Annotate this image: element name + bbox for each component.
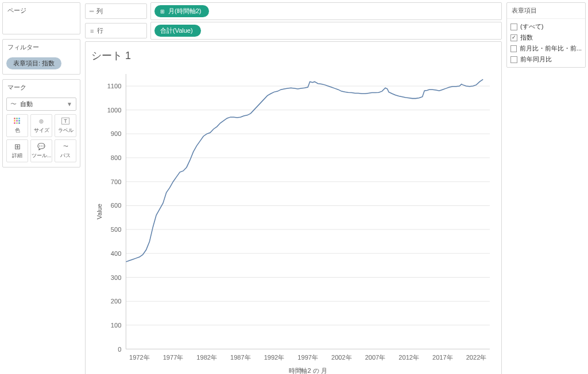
legend-item-label: 前年同月比 — [520, 55, 552, 64]
svg-text:1982年: 1982年 — [196, 354, 217, 361]
marks-type-select[interactable]: 〜 自動 ▼ — [6, 98, 76, 111]
svg-text:500: 500 — [111, 226, 121, 233]
columns-shelf-label: 列 — [85, 3, 147, 19]
marks-card: マーク 〜 自動 ▼ 色◎サイズTラベル⊞詳細💬ツール...〜パス — [2, 79, 80, 167]
marks-cell-label[interactable]: Tラベル — [55, 114, 76, 137]
chart[interactable]: 0100200300400500600700800900100011001972… — [91, 68, 496, 374]
svg-text:2002年: 2002年 — [331, 354, 352, 361]
color-icon — [14, 117, 21, 125]
svg-text:1997年: 1997年 — [297, 354, 318, 361]
svg-text:2017年: 2017年 — [432, 354, 453, 361]
sheet-title: シート 1 — [91, 48, 496, 68]
svg-text:1987年: 1987年 — [230, 354, 251, 361]
columns-icon — [90, 7, 93, 15]
pages-title: ページ — [3, 3, 80, 18]
filters-title: フィルター — [3, 40, 80, 55]
svg-text:700: 700 — [111, 178, 121, 185]
marks-cell-size[interactable]: ◎サイズ — [30, 114, 52, 137]
marks-cell-label: 色 — [15, 127, 20, 134]
svg-text:300: 300 — [111, 274, 121, 281]
svg-text:時間軸2 の 月: 時間軸2 の 月 — [289, 367, 327, 374]
svg-text:200: 200 — [111, 298, 121, 305]
legend-item[interactable]: (すべて) — [510, 21, 582, 32]
tooltip-icon: 💬 — [37, 142, 45, 150]
svg-text:900: 900 — [111, 130, 121, 137]
marks-cell-color[interactable]: 色 — [6, 114, 28, 137]
legend-card: 表章項目 (すべて)指数前月比・前年比・前...前年同月比 — [506, 2, 586, 68]
columns-shelf[interactable]: ⊞ 月(時間軸2) — [150, 2, 502, 20]
columns-pill[interactable]: ⊞ 月(時間軸2) — [154, 5, 209, 17]
marks-cell-detail[interactable]: ⊞詳細 — [6, 139, 28, 162]
svg-text:2012年: 2012年 — [399, 354, 419, 361]
legend-item-label: 前月比・前年比・前... — [520, 44, 582, 53]
svg-text:1100: 1100 — [107, 83, 122, 89]
line-icon: 〜 — [10, 100, 17, 108]
marks-select-label: 自動 — [20, 100, 33, 108]
legend-item[interactable]: 前年同月比 — [510, 54, 582, 65]
svg-text:1977年: 1977年 — [163, 354, 184, 361]
marks-cell-label: 詳細 — [12, 152, 22, 159]
chevron-down-icon: ▼ — [67, 101, 72, 107]
svg-text:1000: 1000 — [107, 107, 122, 114]
svg-text:600: 600 — [111, 202, 121, 209]
checkbox[interactable] — [510, 45, 517, 52]
rows-pill[interactable]: 合計(Value) — [154, 25, 201, 37]
svg-text:2022年: 2022年 — [466, 354, 487, 361]
marks-cell-path[interactable]: 〜パス — [55, 139, 76, 162]
svg-text:1972年: 1972年 — [129, 354, 150, 361]
checkbox[interactable] — [510, 34, 517, 41]
legend-item-label: (すべて) — [520, 22, 543, 31]
detail-icon: ⊞ — [14, 142, 21, 150]
marks-cell-label: パス — [60, 152, 71, 159]
legend-item-label: 指数 — [520, 33, 533, 42]
pages-shelf[interactable]: ページ — [2, 2, 80, 34]
rows-icon — [90, 28, 94, 34]
marks-cell-label: ツール... — [32, 152, 52, 159]
checkbox[interactable] — [510, 24, 517, 30]
svg-text:0: 0 — [118, 346, 121, 353]
marks-cell-label: サイズ — [34, 127, 49, 134]
svg-text:1992年: 1992年 — [264, 354, 285, 361]
marks-cell-label: ラベル — [58, 127, 74, 134]
path-icon: 〜 — [63, 142, 68, 150]
filters-shelf[interactable]: フィルター 表章項目: 指数 — [2, 39, 80, 75]
legend-title: 表章項目 — [507, 3, 585, 19]
svg-text:800: 800 — [111, 154, 121, 161]
svg-text:400: 400 — [111, 250, 121, 257]
legend-item[interactable]: 指数 — [510, 32, 582, 43]
svg-text:2007年: 2007年 — [365, 354, 386, 361]
rows-shelf-label: 行 — [85, 23, 147, 38]
marks-title: マーク — [3, 80, 80, 95]
checkbox[interactable] — [510, 56, 517, 63]
svg-text:Value: Value — [96, 204, 103, 220]
legend-item[interactable]: 前月比・前年比・前... — [510, 43, 582, 54]
filter-pill[interactable]: 表章項目: 指数 — [6, 57, 61, 69]
rows-shelf[interactable]: 合計(Value) — [150, 22, 502, 40]
marks-cell-tooltip[interactable]: 💬ツール... — [30, 139, 52, 162]
plus-date-icon: ⊞ — [160, 9, 165, 14]
label-icon: T — [61, 117, 69, 125]
svg-text:100: 100 — [111, 322, 121, 329]
size-icon: ◎ — [39, 117, 44, 125]
